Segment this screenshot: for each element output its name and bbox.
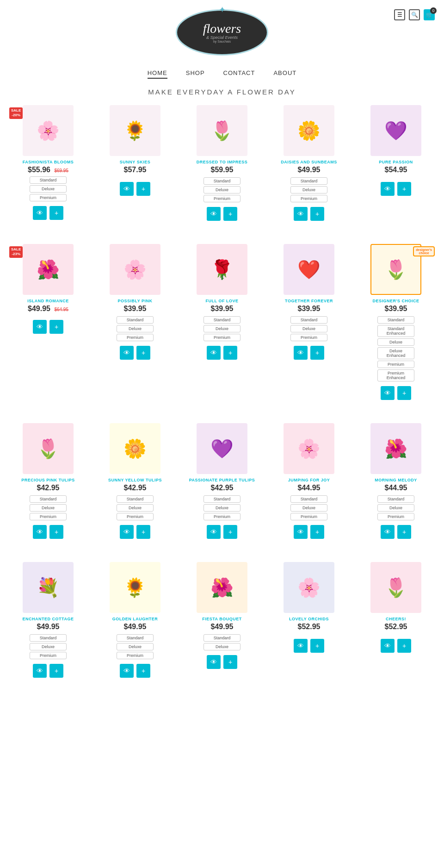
quick-view-button[interactable]: 👁 bbox=[207, 525, 221, 539]
product-image-wrap: 💜 bbox=[355, 105, 437, 156]
option-deluxe[interactable]: Deluxe bbox=[30, 185, 67, 193]
add-to-cart-button[interactable]: + bbox=[310, 639, 324, 653]
option-premium[interactable]: Premium bbox=[117, 652, 154, 659]
add-to-cart-button[interactable]: + bbox=[310, 525, 324, 539]
add-to-cart-button[interactable]: + bbox=[136, 525, 150, 539]
quick-view-button[interactable]: 👁 bbox=[120, 664, 134, 678]
option-standard[interactable]: Standard bbox=[377, 316, 414, 324]
option-deluxe[interactable]: Deluxe bbox=[377, 504, 414, 512]
quick-view-button[interactable]: 👁 bbox=[33, 525, 47, 539]
quick-view-button[interactable]: 👁 bbox=[33, 320, 47, 334]
product-image: 🌼 bbox=[284, 105, 334, 156]
option-premium[interactable]: Premium bbox=[377, 361, 414, 368]
quick-view-button[interactable]: 👁 bbox=[207, 207, 221, 221]
option-deluxe[interactable]: Deluxe bbox=[117, 325, 154, 332]
add-to-cart-button[interactable]: + bbox=[49, 664, 63, 678]
option-standard[interactable]: Standard bbox=[117, 495, 154, 503]
add-to-cart-button[interactable]: + bbox=[49, 525, 63, 539]
option-premium[interactable]: Premium bbox=[30, 652, 67, 659]
option-premium[interactable]: Premium bbox=[30, 513, 67, 520]
cart-icon[interactable]: 🛒 0 bbox=[424, 9, 435, 20]
product-image: 🌼 bbox=[110, 423, 160, 474]
add-to-cart-button[interactable]: + bbox=[223, 346, 237, 360]
option-premium[interactable]: Premium bbox=[204, 334, 240, 341]
add-to-cart-button[interactable]: + bbox=[49, 320, 63, 334]
option-deluxe[interactable]: Deluxe bbox=[204, 643, 240, 650]
add-to-cart-button[interactable]: + bbox=[136, 346, 150, 360]
quick-view-button[interactable]: 👁 bbox=[120, 525, 134, 539]
option-standard[interactable]: Standard bbox=[204, 316, 240, 324]
option-standard[interactable]: Standard bbox=[204, 634, 240, 642]
option-standard[interactable]: Standard bbox=[30, 495, 67, 503]
option-deluxe[interactable]: Deluxe bbox=[204, 325, 240, 332]
option-standard[interactable]: Standard bbox=[117, 316, 154, 324]
option-deluxe[interactable]: Deluxe bbox=[290, 325, 327, 332]
option-standard[interactable]: Standard bbox=[30, 176, 67, 184]
option-deluxe[interactable]: Deluxe bbox=[377, 338, 414, 346]
option-premium[interactable]: Premium bbox=[117, 334, 154, 341]
option-standard[interactable]: Standard bbox=[377, 495, 414, 503]
quick-view-button[interactable]: 👁 bbox=[294, 639, 308, 653]
add-to-cart-button[interactable]: + bbox=[136, 182, 150, 196]
quick-view-button[interactable]: 👁 bbox=[381, 525, 395, 539]
option-premium[interactable]: Premium bbox=[290, 513, 327, 520]
add-to-cart-button[interactable]: + bbox=[397, 182, 411, 196]
option-premium[interactable]: Premium bbox=[117, 513, 154, 520]
add-to-cart-button[interactable]: + bbox=[223, 655, 237, 669]
add-to-cart-button[interactable]: + bbox=[397, 525, 411, 539]
add-to-cart-button[interactable]: + bbox=[310, 207, 324, 221]
add-to-cart-button[interactable]: + bbox=[310, 346, 324, 360]
option-premium[interactable]: Premium bbox=[377, 513, 414, 520]
option-premium[interactable]: Premium bbox=[30, 194, 67, 201]
add-to-cart-button[interactable]: + bbox=[397, 386, 411, 400]
option-premium[interactable]: Premium bbox=[290, 195, 327, 202]
quick-view-button[interactable]: 👁 bbox=[294, 207, 308, 221]
option-standard[interactable]: Standard bbox=[290, 495, 327, 503]
add-to-cart-button[interactable]: + bbox=[223, 525, 237, 539]
quick-view-button[interactable]: 👁 bbox=[381, 639, 395, 653]
quick-view-button[interactable]: 👁 bbox=[381, 182, 395, 196]
quick-view-button[interactable]: 👁 bbox=[294, 346, 308, 360]
option-standard[interactable]: Standard bbox=[290, 177, 327, 185]
menu-icon[interactable]: ☰ bbox=[394, 9, 405, 20]
nav-shop[interactable]: SHOP bbox=[186, 69, 205, 79]
quick-view-button[interactable]: 👁 bbox=[33, 664, 47, 678]
option-deluxe[interactable]: Deluxe bbox=[204, 504, 240, 512]
option-premium[interactable]: Premium bbox=[204, 513, 240, 520]
quick-view-button[interactable]: 👁 bbox=[207, 655, 221, 669]
option-standard[interactable]: Standard bbox=[117, 634, 154, 642]
product-options: Standard Standard Enhanced Deluxe Deluxe… bbox=[355, 316, 437, 381]
add-to-cart-button[interactable]: + bbox=[397, 639, 411, 653]
option-standard-enhanced[interactable]: Standard Enhanced bbox=[377, 325, 414, 337]
nav-contact[interactable]: CONTACT bbox=[223, 69, 255, 79]
option-deluxe[interactable]: Deluxe bbox=[30, 643, 67, 650]
add-to-cart-button[interactable]: + bbox=[223, 207, 237, 221]
add-to-cart-button[interactable]: + bbox=[136, 664, 150, 678]
option-premium[interactable]: Premium bbox=[290, 334, 327, 341]
nav-about[interactable]: ABOUT bbox=[273, 69, 296, 79]
option-deluxe[interactable]: Deluxe bbox=[117, 504, 154, 512]
add-to-cart-button[interactable]: + bbox=[49, 206, 63, 220]
quick-view-button[interactable]: 👁 bbox=[207, 346, 221, 360]
nav-home[interactable]: HOME bbox=[148, 69, 167, 79]
action-buttons: 👁 + bbox=[381, 525, 411, 539]
quick-view-button[interactable]: 👁 bbox=[33, 206, 47, 220]
option-premium[interactable]: Premium bbox=[204, 195, 240, 202]
quick-view-button[interactable]: 👁 bbox=[120, 346, 134, 360]
option-standard[interactable]: Standard bbox=[204, 495, 240, 503]
option-deluxe-enhanced[interactable]: Deluxe Enhanced bbox=[377, 347, 414, 359]
quick-view-button[interactable]: 👁 bbox=[294, 525, 308, 539]
option-deluxe[interactable]: Deluxe bbox=[290, 186, 327, 194]
option-standard[interactable]: Standard bbox=[204, 177, 240, 185]
search-icon[interactable]: 🔍 bbox=[409, 9, 420, 20]
option-standard[interactable]: Standard bbox=[30, 634, 67, 642]
option-premium-enhanced[interactable]: Premium Enhanced bbox=[377, 369, 414, 381]
quick-view-button[interactable]: 👁 bbox=[120, 182, 134, 196]
option-deluxe[interactable]: Deluxe bbox=[117, 643, 154, 650]
product-options: Standard Deluxe Premium bbox=[181, 316, 263, 341]
option-standard[interactable]: Standard bbox=[290, 316, 327, 324]
option-deluxe[interactable]: Deluxe bbox=[290, 504, 327, 512]
option-deluxe[interactable]: Deluxe bbox=[204, 186, 240, 194]
quick-view-button[interactable]: 👁 bbox=[381, 386, 395, 400]
option-deluxe[interactable]: Deluxe bbox=[30, 504, 67, 512]
